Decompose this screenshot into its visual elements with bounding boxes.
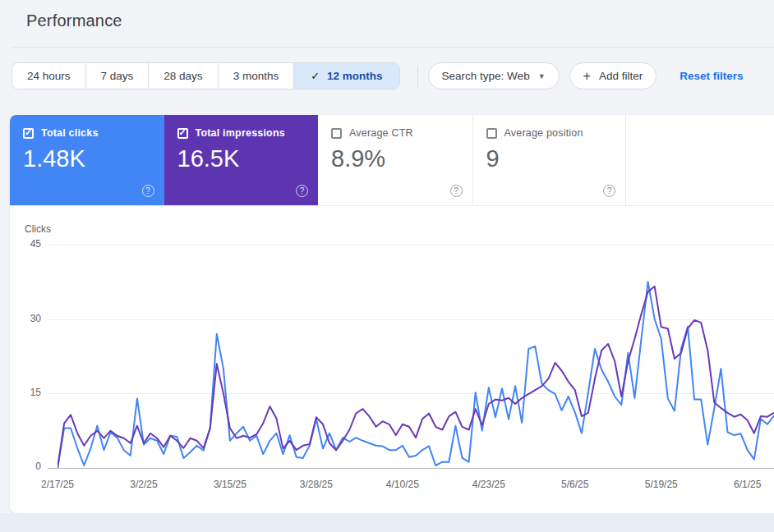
total-clicks-card[interactable]: Total clicks 1.48K ? [10,115,164,205]
x-tick-label: 3/15/25 [197,479,263,490]
tab-label: 24 hours [27,70,71,82]
tab-28-days[interactable]: 28 days [149,63,218,89]
header-divider [12,47,774,48]
help-icon[interactable]: ? [296,185,308,197]
x-tick-label: 6/1/25 [715,479,774,490]
average-position-value: 9 [486,145,613,172]
checked-checkbox-icon[interactable] [23,128,34,139]
search-type-label: Search type: Web [442,70,530,82]
performance-line-chart[interactable] [58,245,774,468]
x-tick-label: 3/28/25 [283,479,349,490]
search-type-dropdown[interactable]: Search type: Web ▼ [428,62,560,89]
add-filter-button[interactable]: + Add filter [569,62,657,89]
card-label: Total clicks [41,127,99,139]
y-tick-label: 30 [13,313,41,324]
tab-3-months[interactable]: 3 months [219,63,295,89]
tab-12-months[interactable]: ✓ 12 months [294,63,399,89]
performance-panel: Total clicks 1.48K ? Total impressions 1… [10,115,774,513]
filter-toolbar: 24 hours 7 days 28 days 3 months ✓ 12 mo… [12,62,743,89]
help-icon[interactable]: ? [603,185,615,197]
page-title: Performance [26,11,122,30]
total-clicks-value: 1.48K [23,145,151,172]
date-range-tabs: 24 hours 7 days 28 days 3 months ✓ 12 mo… [12,62,400,89]
unchecked-checkbox-icon[interactable] [486,128,497,139]
page-background [0,513,774,532]
card-label: Average CTR [349,127,413,139]
average-position-card[interactable]: Average position 9 ? [472,115,627,205]
y-tick-label: 0 [13,461,41,472]
tab-label: 7 days [101,70,134,82]
chevron-down-icon: ▼ [538,72,546,80]
help-icon[interactable]: ? [142,185,154,197]
total-impressions-card[interactable]: Total impressions 16.5K ? [164,115,319,205]
help-icon[interactable]: ? [450,185,463,197]
y-tick-label: 45 [13,238,41,250]
tab-7-days[interactable]: 7 days [86,63,150,89]
checked-checkbox-icon[interactable] [177,128,188,139]
average-ctr-card[interactable]: Average CTR 8.9% ? [318,115,472,205]
plus-icon: + [583,69,591,84]
toolbar-divider [417,66,418,87]
add-filter-label: Add filter [599,70,643,82]
reset-filters-link[interactable]: Reset filters [680,70,743,82]
tab-label: 12 months [327,70,383,82]
card-label: Average position [504,127,583,139]
x-axis-baseline [48,468,774,469]
average-ctr-value: 8.9% [331,145,459,172]
y-tick-label: 15 [13,387,41,398]
tab-24-hours[interactable]: 24 hours [12,63,86,89]
clicks-line [58,282,774,468]
x-tick-label: 3/2/25 [111,479,177,490]
tab-label: 3 months [233,70,279,82]
x-tick-label: 5/6/25 [542,479,608,490]
card-label: Total impressions [196,127,285,139]
x-tick-label: 4/23/25 [456,479,522,490]
x-tick-label: 2/17/25 [25,479,90,490]
unchecked-checkbox-icon[interactable] [331,128,342,139]
x-tick-label: 5/19/25 [629,479,694,490]
y-axis-title: Clicks [25,223,51,235]
performance-page: Performance 24 hours 7 days 28 days 3 mo… [0,0,774,532]
x-tick-label: 4/10/25 [370,479,435,490]
total-impressions-value: 16.5K [177,145,306,172]
metric-cards-row: Total clicks 1.48K ? Total impressions 1… [10,115,774,206]
checkmark-icon: ✓ [311,70,320,82]
impressions-line [58,287,774,468]
tab-label: 28 days [164,70,202,82]
